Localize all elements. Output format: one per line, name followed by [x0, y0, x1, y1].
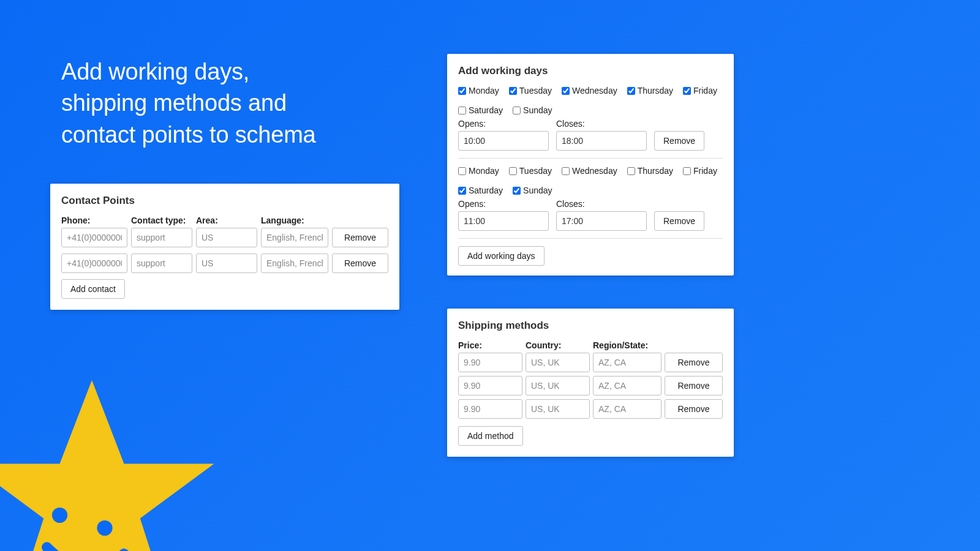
remove-contact-button-1[interactable]: Remove	[332, 253, 388, 273]
closes-label-1: Closes:	[556, 199, 647, 209]
contact-type-label: Contact type:	[131, 216, 192, 225]
checkbox-tuesday-0[interactable]	[509, 87, 517, 95]
closes-input-0[interactable]	[556, 131, 647, 151]
svg-point-2	[97, 520, 112, 536]
divider-0	[458, 158, 723, 159]
day-tuesday-0[interactable]: Tuesday	[509, 86, 552, 96]
closes-label-0: Closes:	[556, 119, 647, 129]
country-input-0[interactable]	[526, 353, 590, 372]
divider-1	[458, 238, 723, 239]
svg-point-1	[52, 508, 67, 523]
phone-input-0[interactable]	[61, 228, 127, 247]
checkbox-monday-1[interactable]	[458, 167, 466, 175]
region-input-1[interactable]	[593, 376, 662, 395]
day-saturday-1[interactable]: Saturday	[458, 186, 503, 195]
remove-shipping-button-2[interactable]: Remove	[665, 399, 723, 419]
checkbox-thursday-1[interactable]	[627, 167, 635, 175]
contact-type-input-1[interactable]	[131, 253, 192, 273]
price-input-2[interactable]	[458, 399, 522, 419]
country-input-1[interactable]	[526, 376, 590, 395]
contact-type-input-0[interactable]	[131, 228, 192, 247]
add-contact-button[interactable]: Add contact	[61, 279, 125, 299]
opens-input-0[interactable]	[458, 131, 549, 151]
add-working-days-button[interactable]: Add working days	[458, 246, 545, 266]
area-label: Area:	[196, 216, 257, 225]
headline-line-1: Add working days,	[61, 56, 316, 88]
checkbox-saturday-0[interactable]	[458, 107, 466, 114]
working-days-panel: Add working days Monday Tuesday Wednesda…	[447, 54, 734, 276]
checkbox-sunday-0[interactable]	[513, 107, 521, 114]
phone-label: Phone:	[61, 216, 127, 225]
contact-points-panel: Contact Points Phone: Contact type: Area…	[50, 184, 399, 310]
language-input-1[interactable]	[261, 253, 328, 273]
headline: Add working days, shipping methods and c…	[61, 56, 316, 151]
checkbox-sunday-1[interactable]	[513, 187, 521, 195]
day-sunday-1[interactable]: Sunday	[513, 186, 552, 195]
checkbox-friday-1[interactable]	[683, 167, 691, 175]
day-saturday-0[interactable]: Saturday	[458, 105, 503, 115]
language-input-0[interactable]	[261, 228, 328, 247]
day-thursday-0[interactable]: Thursday	[627, 86, 673, 96]
shipping-methods-panel: Shipping methods Price: Country: Region/…	[447, 309, 734, 457]
price-input-0[interactable]	[458, 353, 522, 372]
closes-input-1[interactable]	[556, 211, 647, 231]
remove-shipping-button-0[interactable]: Remove	[665, 353, 723, 372]
price-input-1[interactable]	[458, 376, 522, 395]
checkbox-saturday-1[interactable]	[458, 187, 466, 195]
checkbox-friday-0[interactable]	[683, 87, 691, 95]
day-tuesday-1[interactable]: Tuesday	[509, 166, 552, 176]
phone-input-1[interactable]	[61, 253, 127, 273]
area-input-1[interactable]	[196, 253, 257, 273]
day-wednesday-0[interactable]: Wednesday	[562, 86, 617, 96]
contact-row-1: Remove	[61, 253, 388, 273]
star-icon	[0, 367, 221, 551]
language-label: Language:	[261, 216, 328, 225]
price-label: Price:	[458, 340, 522, 350]
day-row-0: Monday Tuesday Wednesday Thursday Friday…	[458, 86, 723, 115]
working-days-title: Add working days	[458, 65, 723, 77]
remove-contact-button-0[interactable]: Remove	[332, 228, 388, 247]
remove-shipping-button-1[interactable]: Remove	[665, 376, 723, 395]
day-friday-1[interactable]: Friday	[683, 166, 717, 176]
day-row-1: Monday Tuesday Wednesday Thursday Friday…	[458, 166, 723, 195]
opens-input-1[interactable]	[458, 211, 549, 231]
shipping-row-2: Remove	[458, 399, 723, 419]
country-input-2[interactable]	[526, 399, 590, 419]
remove-working-button-1[interactable]: Remove	[654, 211, 704, 231]
time-row-0: Opens: Closes: Remove	[458, 119, 723, 151]
add-method-button[interactable]: Add method	[458, 426, 523, 446]
shipping-row-1: Remove	[458, 376, 723, 395]
opens-label-0: Opens:	[458, 119, 549, 129]
checkbox-thursday-0[interactable]	[627, 87, 635, 95]
shipping-methods-title: Shipping methods	[458, 320, 723, 332]
checkbox-wednesday-0[interactable]	[562, 87, 570, 95]
checkbox-wednesday-1[interactable]	[562, 167, 570, 175]
time-row-1: Opens: Closes: Remove	[458, 199, 723, 231]
day-thursday-1[interactable]: Thursday	[627, 166, 673, 176]
area-input-0[interactable]	[196, 228, 257, 247]
contact-header-row: Phone: Contact type: Area: Language: Rem…	[61, 216, 388, 247]
region-input-0[interactable]	[593, 353, 662, 372]
region-input-2[interactable]	[593, 399, 662, 419]
shipping-header-row: Price: Country: Region/State: Remove	[458, 340, 723, 372]
remove-working-button-0[interactable]: Remove	[654, 131, 704, 151]
region-label: Region/State:	[593, 340, 662, 350]
contact-points-title: Contact Points	[61, 195, 388, 207]
checkbox-tuesday-1[interactable]	[509, 167, 517, 175]
day-monday-0[interactable]: Monday	[458, 86, 499, 96]
opens-label-1: Opens:	[458, 199, 549, 209]
headline-line-3: contact points to schema	[61, 119, 316, 151]
day-sunday-0[interactable]: Sunday	[513, 105, 552, 115]
checkbox-monday-0[interactable]	[458, 87, 466, 95]
day-friday-0[interactable]: Friday	[683, 86, 717, 96]
day-wednesday-1[interactable]: Wednesday	[562, 166, 617, 176]
headline-line-2: shipping methods and	[61, 88, 316, 119]
day-monday-1[interactable]: Monday	[458, 166, 499, 176]
country-label: Country:	[526, 340, 590, 350]
